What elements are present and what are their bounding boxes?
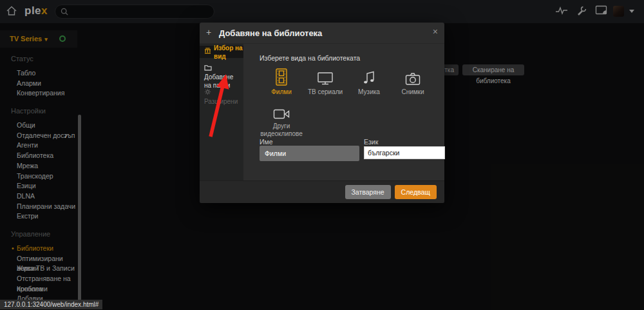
status-url-tooltip: 127.0.0.1:32400/web/index.html#	[0, 300, 102, 309]
camera-icon	[391, 66, 435, 86]
close-icon[interactable]: ×	[433, 26, 438, 37]
name-field-label: Име	[260, 138, 273, 146]
dialog-body: Изберете вида на библиотеката Филми	[243, 44, 444, 180]
folder-icon	[204, 64, 212, 73]
step-add-folders[interactable]: Добавяне на папки	[200, 63, 243, 90]
step-select-type[interactable]: Избор на вид	[200, 46, 243, 58]
type-option-movies[interactable]: Филми	[260, 66, 303, 96]
next-button[interactable]: Следващ	[395, 185, 437, 199]
library-name-input[interactable]	[260, 146, 359, 161]
dialog-header: + Добавяне на библиотека ×	[200, 23, 444, 44]
dialog-title: Добавяне на библиотека	[219, 28, 322, 38]
tv-icon	[303, 66, 347, 86]
language-select[interactable]	[364, 146, 445, 159]
type-option-photos[interactable]: Снимки	[391, 66, 435, 96]
dialog-footer: Затваряне Следващ	[200, 180, 444, 203]
close-button[interactable]: Затваряне	[345, 185, 391, 199]
library-type-icon	[204, 48, 211, 56]
step-advanced: Разширени	[200, 88, 243, 106]
language-field-label: Език	[364, 138, 378, 146]
plex-web-app: plex TV Series▾	[0, 0, 644, 310]
plus-icon: +	[206, 27, 211, 37]
type-option-music[interactable]: Музика	[347, 66, 391, 96]
gear-icon	[204, 88, 211, 97]
type-option-tv-shows[interactable]: ТВ сериали	[303, 66, 347, 96]
type-prompt: Изберете вида на библиотеката	[260, 54, 360, 62]
dialog-step-list: Избор на вид Добавяне на папки Разширени	[200, 44, 243, 180]
music-note-icon	[347, 66, 391, 86]
type-option-other-videos[interactable]: Други видеоклипове	[260, 101, 303, 138]
video-camera-icon	[260, 101, 303, 120]
add-library-dialog: + Добавяне на библиотека × Избор на вид …	[200, 23, 444, 203]
film-strip-icon	[260, 66, 303, 86]
